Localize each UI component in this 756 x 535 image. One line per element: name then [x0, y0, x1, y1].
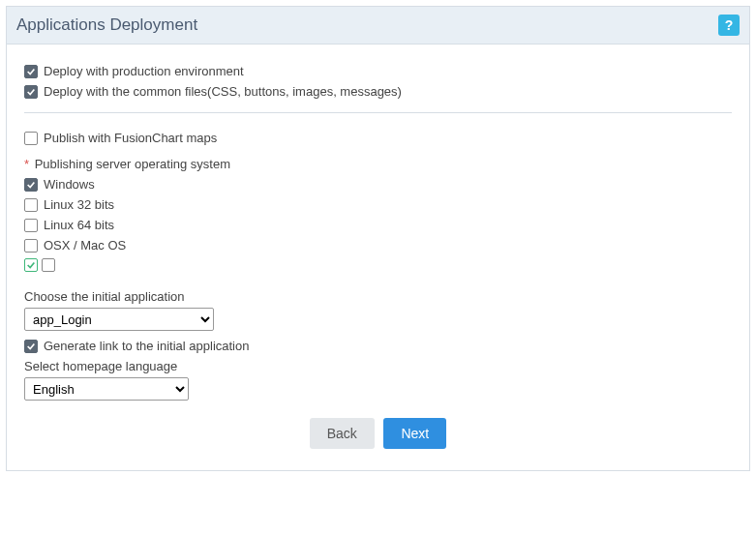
checkbox-extra-2[interactable] — [42, 258, 55, 272]
help-icon[interactable]: ? — [718, 15, 740, 36]
homepage-lang-select[interactable]: English — [24, 377, 189, 401]
panel-body: Deploy with production environment Deplo… — [7, 45, 749, 470]
row-generate-link: Generate link to the initial application — [24, 339, 732, 353]
footer-actions: Back Next — [24, 401, 732, 453]
os-list: Windows Linux 32 bits Linux 64 bits OSX … — [24, 177, 732, 272]
checkbox-os-linux32[interactable] — [24, 198, 38, 212]
row-os-windows: Windows — [24, 177, 732, 192]
back-button[interactable]: Back — [310, 418, 375, 449]
label-os-linux64: Linux 64 bits — [44, 218, 114, 232]
label-os-windows: Windows — [44, 177, 95, 192]
label-fusionchart: Publish with FusionChart maps — [44, 131, 217, 145]
row-os-linux64: Linux 64 bits — [24, 218, 732, 232]
checkbox-generate-link[interactable] — [24, 340, 38, 353]
checkbox-deploy-common[interactable] — [24, 85, 38, 99]
label-os-linux32: Linux 32 bits — [44, 197, 114, 212]
checkbox-os-linux64[interactable] — [24, 219, 38, 232]
checkbox-fusionchart[interactable] — [24, 132, 38, 145]
label-deploy-common: Deploy with the common files(CSS, button… — [44, 84, 402, 99]
next-button[interactable]: Next — [383, 418, 446, 449]
initial-app-label: Choose the initial application — [24, 289, 732, 304]
deployment-panel: Applications Deployment ? Deploy with pr… — [6, 6, 750, 471]
label-generate-link: Generate link to the initial application — [44, 339, 249, 353]
panel-title: Applications Deployment — [16, 15, 197, 35]
row-deploy-production: Deploy with production environment — [24, 64, 732, 78]
row-deploy-common: Deploy with the common files(CSS, button… — [24, 84, 732, 99]
checkbox-os-osx[interactable] — [24, 239, 38, 253]
initial-app-select[interactable]: app_Login — [24, 308, 214, 331]
checkbox-os-windows[interactable] — [24, 178, 38, 192]
label-os-osx: OSX / Mac OS — [44, 238, 126, 253]
row-os-osx: OSX / Mac OS — [24, 238, 732, 253]
checkbox-extra-1[interactable] — [24, 258, 38, 272]
row-os-linux32: Linux 32 bits — [24, 197, 732, 212]
os-section-label: * Publishing server operating system — [24, 157, 732, 171]
label-deploy-production: Deploy with production environment — [44, 64, 244, 78]
row-fusionchart: Publish with FusionChart maps — [24, 131, 732, 145]
required-star-icon: * — [24, 157, 29, 171]
homepage-lang-label: Select homepage language — [24, 359, 732, 373]
checkbox-deploy-production[interactable] — [24, 65, 38, 78]
panel-header: Applications Deployment ? — [7, 7, 749, 45]
row-os-extra — [24, 258, 732, 272]
divider — [24, 112, 732, 113]
